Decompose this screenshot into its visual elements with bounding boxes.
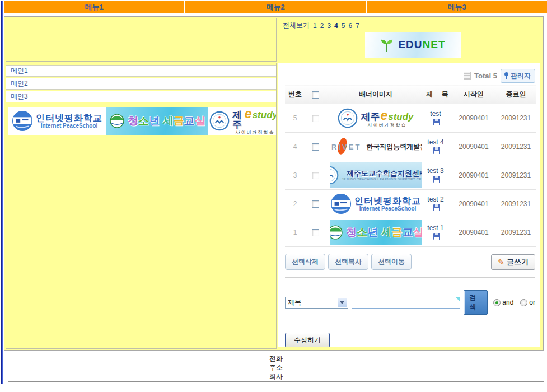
row-title-text: test 4 (427, 138, 443, 146)
floppy-disk-icon (433, 204, 440, 211)
row-end-date: 20091231 (495, 133, 536, 161)
delete-selected-button[interactable]: 선택삭제 (285, 254, 325, 270)
page-link-3[interactable]: 3 (326, 22, 331, 30)
row-checkbox[interactable] (312, 143, 319, 151)
pagination-pages: 1234567 (312, 22, 360, 30)
banner-image-krivet: KRIVET한국직업능력개발원 (330, 134, 422, 160)
edunet-banner-wrap: EDUNET (283, 32, 543, 58)
row-title-text: test 1 (427, 224, 443, 232)
table-header-row: 번호 배너이미지 제 목 시작일 종료일 (285, 85, 536, 104)
row-number: 2 (285, 190, 305, 218)
view-all-link[interactable]: 전체보기 (283, 21, 310, 30)
footer: 전화주소회사 (8, 353, 544, 382)
pagination: 전체보기 1234567 (283, 21, 543, 30)
left-blue-edge (0, 1, 4, 384)
left-top-box (6, 18, 277, 62)
banner-image-tax: 청소년 세금교실 (330, 220, 422, 245)
and-radio-label[interactable]: and (502, 298, 513, 306)
left-banner-strip: 인터넷평화학교Internet PeaceSchool 청소년 세금교실 제주e… (8, 107, 276, 135)
row-start-date: 20090401 (452, 190, 495, 218)
edunet-text-net: NET (423, 39, 446, 50)
footer-line-1: 전화 (269, 354, 283, 363)
floppy-disk-icon (433, 233, 440, 240)
row-end-date: 20091231 (495, 190, 536, 218)
admin-button[interactable]: 관리자 (501, 69, 535, 83)
radio-group: and or (493, 298, 535, 306)
content-region: 메인1메인2메인3 인터넷평화학교Internet PeaceSchool 청소… (4, 16, 544, 351)
search-input[interactable] (352, 297, 461, 309)
copy-selected-button[interactable]: 선택복사 (328, 254, 368, 270)
page-link-4[interactable]: 4 (334, 22, 339, 30)
page-link-7[interactable]: 7 (355, 22, 360, 30)
list-icon (464, 72, 471, 80)
banner-image-tax: 청소년 세금교실 (106, 107, 208, 135)
modify-button[interactable]: 수정하기 (285, 333, 330, 347)
page: 메뉴1메뉴2메뉴3 메인1메인2메인3 인터넷평화학교Internet Peac… (0, 1, 547, 392)
write-button[interactable]: ✎ 글쓰기 (491, 254, 535, 270)
footer-lines: 전화주소회사 (269, 354, 283, 381)
edunet-text-edu: EDU (398, 39, 422, 50)
col-title: 제 목 (426, 85, 452, 104)
left-menu: 메인1메인2메인3 (6, 65, 276, 102)
or-radio[interactable] (520, 299, 527, 306)
or-radio-label[interactable]: or (529, 298, 535, 306)
col-start-date: 시작일 (452, 85, 495, 104)
row-banner-slot: 제주도교수학습지원센터JEJUDO TEACHING LEARNING SUPP… (325, 161, 426, 190)
floppy-disk-icon (433, 147, 440, 154)
col-end-date: 종료일 (495, 85, 536, 104)
page-link-5[interactable]: 5 (341, 22, 346, 30)
menu-item-3[interactable]: 메뉴3 (367, 1, 547, 13)
seal-logo-icon (209, 111, 230, 131)
row-start-date: 20090401 (452, 104, 495, 133)
seal-logo-icon (330, 166, 339, 185)
row-number: 4 (285, 133, 305, 161)
admin-button-label: 관리자 (511, 71, 531, 81)
page-link-1[interactable]: 1 (312, 22, 317, 30)
banner-image-peace: 인터넷평화학교Internet PeaceSchool (8, 107, 106, 135)
menu-item-2[interactable]: 메뉴2 (185, 1, 366, 13)
table-row: 3 제주도교수학습지원센터JEJUDO TEACHING LEARNING SU… (285, 161, 536, 190)
seal-logo-icon (338, 108, 358, 128)
write-button-label: 글쓰기 (507, 257, 529, 267)
banner-image-estudy: 제주estudy사이버가정학습 (208, 107, 276, 135)
floppy-disk-icon (433, 176, 440, 183)
search-input-wrap (352, 297, 461, 309)
row-number: 3 (285, 161, 305, 190)
action-bar: 선택삭제 선택복사 선택이동 ✎ 글쓰기 (285, 254, 535, 270)
left-menu-link-1[interactable]: 메인1 (6, 65, 276, 77)
search-field-select[interactable]: 제목 (285, 297, 348, 309)
row-title[interactable]: test 3 (426, 161, 452, 190)
row-title[interactable]: test (426, 104, 452, 133)
left-menu-link-3[interactable]: 메인3 (6, 91, 276, 102)
row-checkbox[interactable] (312, 172, 319, 179)
banner-image-estudy: 제주estudy사이버가정학습 (330, 105, 422, 131)
page-link-2[interactable]: 2 (320, 22, 325, 30)
row-title-text: test 3 (427, 167, 443, 175)
col-select (305, 85, 325, 104)
row-banner-slot: 제주estudy사이버가정학습 (325, 104, 426, 133)
right-panel: 전체보기 1234567 EDUNET (278, 17, 543, 350)
row-checkbox[interactable] (312, 115, 319, 122)
menubar: 메뉴1메뉴2메뉴3 (4, 1, 547, 13)
row-checkbox[interactable] (312, 200, 319, 208)
row-title[interactable]: test 2 (426, 190, 452, 218)
row-title[interactable]: test 1 (426, 218, 452, 247)
select-all-checkbox[interactable] (312, 91, 319, 99)
pin-icon (504, 72, 508, 79)
chevron-down-icon (338, 298, 347, 307)
row-start-date: 20090401 (452, 133, 495, 161)
page-link-6[interactable]: 6 (348, 22, 353, 30)
left-menu-link-2[interactable]: 메인2 (6, 78, 276, 90)
menu-item-1[interactable]: 메뉴1 (4, 1, 184, 13)
row-checkbox[interactable] (312, 229, 319, 236)
peace-school-logo-icon (12, 110, 33, 132)
row-number: 5 (285, 104, 305, 133)
globe-logo-icon (109, 113, 125, 129)
edunet-banner[interactable]: EDUNET (365, 32, 461, 58)
banner-table: 번호 배너이미지 제 목 시작일 종료일 5 제주estudy사이버가정학습 t… (285, 85, 536, 247)
search-button[interactable]: 검색 (464, 290, 488, 315)
move-selected-button[interactable]: 선택이동 (371, 254, 412, 270)
row-title[interactable]: test 4 (426, 133, 452, 161)
and-radio[interactable] (493, 299, 501, 306)
banner-image-peace: 인터넷평화학교Internet PeaceSchool (330, 191, 422, 217)
